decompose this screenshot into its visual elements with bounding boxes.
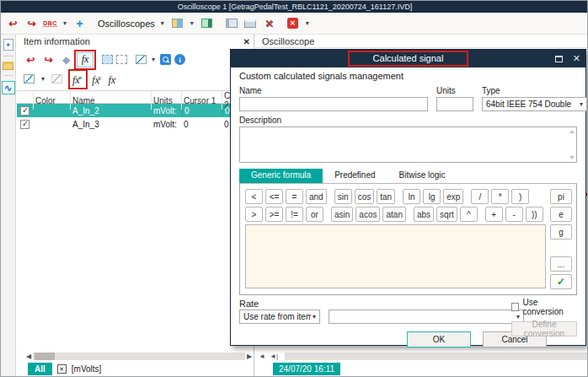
dialog-titlebar[interactable]: Calculated signal ✕ <box>231 50 585 67</box>
key-sin[interactable]: sin <box>334 189 352 204</box>
add-chart-icon[interactable] <box>24 74 35 83</box>
key-gt[interactable]: > <box>245 207 263 222</box>
dbc-dropdown-caret[interactable]: ▾ <box>61 19 68 27</box>
tab-generic-formula[interactable]: Generic formula <box>239 169 323 183</box>
item-panel-close-icon[interactable]: ✕ <box>243 37 250 46</box>
chart-style-caret[interactable]: ▾ <box>150 56 157 63</box>
key-pi[interactable]: pi <box>550 189 572 204</box>
key-pow[interactable]: ^ <box>460 207 478 222</box>
remove-item-icon[interactable]: ↪ <box>41 52 56 67</box>
key-div[interactable]: / <box>471 189 489 204</box>
add-chart-caret[interactable]: ▾ <box>40 75 46 83</box>
key-lt[interactable]: < <box>245 189 263 204</box>
step-back-icon[interactable]: ◄| <box>268 353 280 360</box>
monitor-icon[interactable] <box>201 19 212 28</box>
scroll-thumb[interactable] <box>35 353 55 360</box>
key-tan[interactable]: tan <box>377 189 395 204</box>
rewind-icon[interactable]: ◄ <box>258 353 266 360</box>
calculated-signal-button[interactable]: fx <box>77 52 94 67</box>
key-lg[interactable]: lg <box>423 189 441 204</box>
tab-oscilloscope[interactable]: Oscilloscope <box>262 36 314 46</box>
tab-predefined[interactable]: Predefined <box>323 169 387 183</box>
maximize-icon[interactable] <box>555 56 563 62</box>
info-icon[interactable]: i <box>174 54 185 65</box>
scroll-left-icon[interactable]: ◀ <box>24 353 33 360</box>
selection-dashed-icon[interactable] <box>116 55 127 64</box>
signal-view-icon[interactable]: ∿ <box>2 81 15 94</box>
add-item-icon[interactable]: ↩ <box>24 52 38 67</box>
key-and[interactable]: and <box>306 189 327 204</box>
key-sqrt[interactable]: sqrt <box>436 207 457 222</box>
left-rail: ✦ ∿ <box>1 35 16 377</box>
rate-mode-select[interactable]: Use rate from item ▾ <box>239 310 320 324</box>
key-eq[interactable]: = <box>286 189 303 204</box>
scroll-up-icon[interactable] <box>569 130 575 133</box>
key-exp[interactable]: exp <box>443 189 463 204</box>
dbc-icon[interactable]: DBC <box>43 20 57 27</box>
rate-item-select[interactable]: ▾ <box>329 310 524 324</box>
key-abs[interactable]: abs <box>414 207 434 222</box>
key-mul[interactable]: * <box>491 189 509 204</box>
use-conversion-checkbox[interactable] <box>511 303 519 311</box>
table-row[interactable]: A_In_2 mVolt: 0 0 <box>17 104 254 117</box>
display-icon[interactable] <box>226 19 238 28</box>
osc-hscrollbar[interactable]: ◄ ◄| <box>255 352 588 361</box>
oscilloscopes-menu[interactable]: Oscilloscopes <box>98 19 155 29</box>
oscilloscopes-dropdown-caret[interactable]: ▾ <box>159 19 166 27</box>
item-panel-hscrollbar[interactable]: ◀ ▶ <box>24 352 254 361</box>
key-minus[interactable]: - <box>505 207 523 222</box>
close-view-icon[interactable]: ✕ <box>287 18 298 29</box>
diamond-icon[interactable]: ◆ <box>59 52 73 67</box>
folder-icon[interactable] <box>3 62 13 70</box>
search-icon[interactable] <box>160 54 171 65</box>
type-select[interactable]: 64bit IEEE 754 Double ▾ <box>482 97 587 111</box>
selection-filled-icon[interactable] <box>102 55 113 64</box>
edit-calculated-channel-icon[interactable]: fxx <box>92 72 103 87</box>
key-ne[interactable]: != <box>286 207 303 222</box>
row-checkbox[interactable] <box>20 106 29 116</box>
printer-icon[interactable] <box>244 19 256 28</box>
move-icon[interactable]: + <box>72 16 87 30</box>
add-calculated-channel-button[interactable]: fx+ <box>71 72 85 87</box>
delete-calculated-channel-icon[interactable]: fx- <box>108 72 117 87</box>
row-units: mVolt: <box>152 104 182 117</box>
row-checkbox[interactable] <box>20 120 29 129</box>
layout-icon[interactable] <box>172 19 183 28</box>
key-or[interactable]: or <box>306 207 323 222</box>
osc-scroll-track[interactable] <box>285 353 588 360</box>
description-textarea[interactable] <box>239 127 577 163</box>
ok-button[interactable]: OK <box>407 331 471 347</box>
key-ge[interactable]: >= <box>265 207 283 222</box>
key-plus[interactable]: + <box>485 207 503 222</box>
layout-dropdown-caret[interactable]: ▾ <box>189 19 195 27</box>
dialog-close-icon[interactable]: ✕ <box>573 53 580 64</box>
key-atan[interactable]: atan <box>382 207 405 222</box>
close-view-dropdown-caret[interactable]: ▾ <box>304 19 311 27</box>
tab-bitwise-logic[interactable]: Bitwise logic <box>388 169 457 183</box>
all-button[interactable]: All <box>28 363 52 375</box>
formula-textarea[interactable] <box>245 224 546 288</box>
import-config-icon[interactable]: ↩ <box>6 16 20 30</box>
key-paren[interactable]: ) <box>511 189 529 204</box>
key-cos[interactable]: cos <box>355 189 375 204</box>
chart-style-icon[interactable] <box>136 55 147 64</box>
table-row[interactable]: A_In_3 mVolt: 0 0 <box>17 117 254 131</box>
validate-check-icon[interactable]: ✓ <box>550 274 572 289</box>
scroll-right-icon[interactable]: ▶ <box>245 353 254 360</box>
scroll-down-icon[interactable] <box>569 156 575 159</box>
key-g[interactable]: g <box>550 224 572 240</box>
units-input[interactable] <box>436 97 473 111</box>
key-asin[interactable]: asin <box>331 207 353 222</box>
key-ln[interactable]: ln <box>403 189 420 204</box>
axis-close-icon[interactable]: ✕ <box>57 364 67 374</box>
key-acos[interactable]: acos <box>355 207 380 222</box>
name-input[interactable] <box>239 97 428 111</box>
new-document-icon[interactable]: ✦ <box>3 39 13 51</box>
more-button[interactable]: ... <box>550 256 572 272</box>
tools-icon[interactable]: ✕ <box>262 16 276 30</box>
scroll-track[interactable] <box>33 353 245 360</box>
key-e[interactable]: e <box>550 207 572 222</box>
key-le[interactable]: <= <box>265 189 283 204</box>
key-parens[interactable]: )) <box>526 207 543 222</box>
export-config-icon[interactable]: ↪ <box>24 16 39 30</box>
